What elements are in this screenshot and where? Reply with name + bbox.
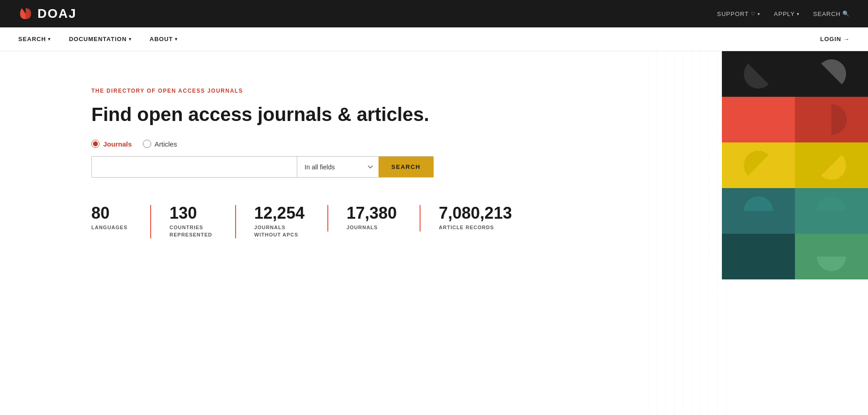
deco-svg-r4c1 xyxy=(729,193,788,229)
stat-countries-label: COUNTRIESREPRESENTED xyxy=(169,224,212,238)
stat-journals-no-apc-number: 12,254 xyxy=(254,205,305,221)
deco-svg-r3c2 xyxy=(802,147,861,184)
svg-point-0 xyxy=(743,104,773,135)
deco-svg-r2c1 xyxy=(729,101,788,138)
login-label: LOGIN → xyxy=(820,36,850,42)
nav-documentation[interactable]: DOCUMENTATION ▾ xyxy=(69,36,132,42)
stat-articles-number: 7,080,213 xyxy=(439,205,512,221)
stat-journals-number: 17,380 xyxy=(347,205,397,221)
deco-svg-r1c2 xyxy=(802,56,861,92)
nav-search-label: SEARCH xyxy=(18,36,46,42)
deco-shape-r5c1 xyxy=(722,234,795,279)
search-input[interactable] xyxy=(92,157,297,177)
sec-nav-items: SEARCH ▾ DOCUMENTATION ▾ ABOUT ▾ xyxy=(18,36,820,42)
search-button[interactable]: SEARCH xyxy=(379,157,433,177)
deco-svg-r3c1 xyxy=(729,147,788,184)
search-nav-item[interactable]: SEARCH 🔍 xyxy=(813,11,850,17)
doaj-logo-icon xyxy=(18,6,33,21)
nav-documentation-label: DOCUMENTATION xyxy=(69,36,127,42)
apply-nav-item[interactable]: APPLY ▾ xyxy=(774,11,800,17)
login-link[interactable]: LOGIN → xyxy=(820,36,850,42)
documentation-chevron-icon: ▾ xyxy=(129,37,132,42)
deco-panel xyxy=(722,51,868,415)
articles-radio[interactable] xyxy=(143,140,151,148)
logo-area[interactable]: DOAJ xyxy=(18,6,77,21)
secondary-nav: SEARCH ▾ DOCUMENTATION ▾ ABOUT ▾ LOGIN → xyxy=(0,27,868,51)
stat-countries: 130 COUNTRIESREPRESENTED xyxy=(150,205,235,238)
deco-shape-r1c1 xyxy=(722,51,795,97)
stat-journals-no-apc: 12,254 JOURNALSWITHOUT APCs xyxy=(235,205,327,238)
deco-svg-r2c2 xyxy=(802,101,861,138)
support-nav-item[interactable]: SUPPORT ♡ ▾ xyxy=(717,11,760,17)
deco-shape-r3c2 xyxy=(795,142,868,188)
search-bar: In all fields Title ISSN Subject Publish… xyxy=(91,156,434,178)
stat-articles-label: ARTICLE RECORDS xyxy=(439,224,512,231)
stat-languages-label: LANGUAGES xyxy=(91,224,127,231)
headline: Find open access journals & articles. xyxy=(91,103,484,126)
deco-shape-r4c2 xyxy=(795,188,868,234)
deco-svg-r4c2 xyxy=(802,193,861,229)
journals-radio-label[interactable]: Journals xyxy=(91,140,132,148)
nav-about[interactable]: ABOUT ▾ xyxy=(150,36,178,42)
stat-journals: 17,380 JOURNALS xyxy=(327,205,420,231)
search-type-radio-group: Journals Articles xyxy=(91,140,484,148)
stat-articles: 7,080,213 ARTICLE RECORDS xyxy=(420,205,535,231)
search-icon: 🔍 xyxy=(842,11,850,17)
stat-languages: 80 LANGUAGES xyxy=(91,205,150,231)
deco-svg-r5c2 xyxy=(802,238,861,275)
left-content: THE DIRECTORY OF OPEN ACCESS JOURNALS Fi… xyxy=(0,51,502,415)
background-decoration xyxy=(640,51,731,415)
about-chevron-icon: ▾ xyxy=(175,37,178,42)
stat-journals-no-apc-label: JOURNALSWITHOUT APCs xyxy=(254,224,305,238)
apply-label: APPLY xyxy=(774,11,795,17)
deco-shape-r3c1 xyxy=(722,142,795,188)
articles-radio-text: Articles xyxy=(155,140,177,148)
apply-chevron-icon: ▾ xyxy=(797,11,800,16)
deco-svg-r5c1 xyxy=(729,238,788,275)
nav-search[interactable]: SEARCH ▾ xyxy=(18,36,51,42)
stats-row: 80 LANGUAGES 130 COUNTRIESREPRESENTED 12… xyxy=(91,205,484,238)
top-nav: SUPPORT ♡ ▾ APPLY ▾ SEARCH 🔍 xyxy=(717,11,850,17)
journals-radio[interactable] xyxy=(91,140,100,148)
logo-text: DOAJ xyxy=(37,6,77,21)
deco-shape-r1c2 xyxy=(795,51,868,97)
journals-radio-text: Journals xyxy=(103,140,132,148)
deco-shape-r2c1 xyxy=(722,97,795,142)
stat-countries-number: 130 xyxy=(169,205,212,221)
articles-radio-label[interactable]: Articles xyxy=(143,140,177,148)
deco-shape-r2c2 xyxy=(795,97,868,142)
top-bar: DOAJ SUPPORT ♡ ▾ APPLY ▾ SEARCH 🔍 xyxy=(0,0,868,27)
field-select[interactable]: In all fields Title ISSN Subject Publish… xyxy=(297,157,379,177)
deco-shape-r4c1 xyxy=(722,188,795,234)
stat-languages-number: 80 xyxy=(91,205,127,221)
deco-svg-r1c1 xyxy=(729,56,788,92)
support-chevron-icon: ▾ xyxy=(758,11,760,16)
stat-journals-label: JOURNALS xyxy=(347,224,397,231)
heart-icon: ♡ xyxy=(751,11,756,17)
tagline: THE DIRECTORY OF OPEN ACCESS JOURNALS xyxy=(91,88,484,94)
support-label: SUPPORT xyxy=(717,11,749,17)
search-chevron-icon: ▾ xyxy=(48,37,51,42)
main-content: THE DIRECTORY OF OPEN ACCESS JOURNALS Fi… xyxy=(0,51,868,415)
deco-shape-r5c2 xyxy=(795,234,868,279)
search-nav-label: SEARCH xyxy=(813,11,841,17)
nav-about-label: ABOUT xyxy=(150,36,173,42)
